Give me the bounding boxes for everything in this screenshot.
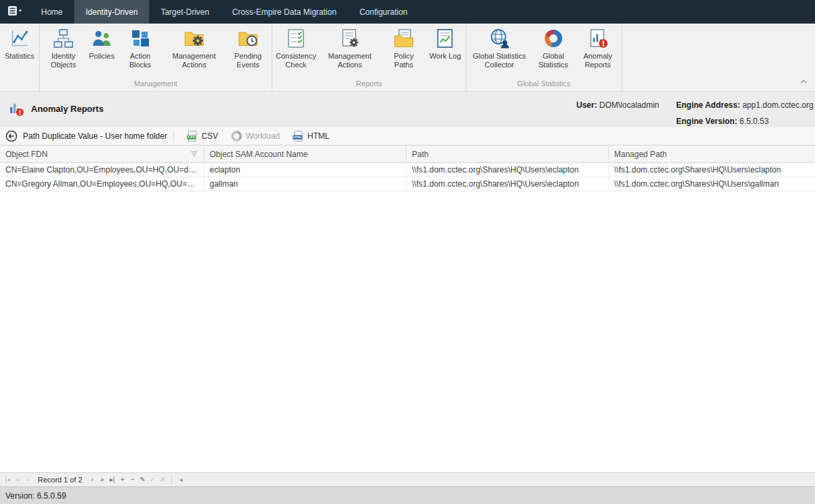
cell-managed-path: \\fs1.dom.cctec.org\Shares\HQ\Users\ecla…	[609, 163, 815, 177]
end-edit-button[interactable]: ✓	[148, 473, 158, 486]
ribbon-button-label: Identity Objects	[44, 52, 82, 69]
tab-configuration[interactable]: Configuration	[348, 0, 419, 24]
engine-version-value: 6.5.0.53	[739, 117, 768, 126]
page-title: Anomaly Reports	[31, 104, 104, 114]
tab-target-driven[interactable]: Target-Driven	[149, 0, 220, 24]
ribbon-group-global-statistics: Global Statistics Collector Global Stati…	[466, 24, 622, 91]
workload-label: Workload	[246, 131, 280, 141]
column-header-managed-path[interactable]: Managed Path	[609, 146, 815, 162]
horizontal-scrollbar-track[interactable]	[187, 473, 815, 486]
engine-version-info: Engine Version: 6.5.0.53	[676, 117, 768, 126]
app-window: Home Identity-Driven Target-Driven Cross…	[0, 0, 815, 504]
report-breadcrumb-label: Path Duplicate Value - User home folder	[23, 131, 167, 141]
export-csv-label: CSV	[202, 131, 218, 141]
next-page-button[interactable]: »	[97, 473, 107, 486]
ribbon-group-reports: Consistency Check	[272, 24, 466, 91]
column-header-label: Managed Path	[614, 150, 667, 159]
blocks-icon	[129, 28, 151, 49]
page-header: Anomaly Reports User: DOM\localadmin Eng…	[0, 92, 815, 127]
ribbon: Statistics Identity Objects	[0, 24, 815, 92]
csv-file-icon: CSV	[186, 130, 198, 142]
engine-address-value: app1.dom.cctec.org	[742, 100, 813, 110]
cell-path: \\fs1.dom.cctec.org\Shares\HQ\Users\ecla…	[406, 163, 609, 177]
ribbon-button-label: Management Actions	[322, 52, 378, 69]
folder-document-icon	[393, 28, 415, 49]
workload-button[interactable]: Workload	[224, 129, 286, 144]
back-arrow-icon	[5, 130, 18, 142]
ribbon-button-management-actions[interactable]: Management Actions	[162, 24, 226, 71]
ribbon-button-work-log[interactable]: Work Log	[426, 24, 464, 62]
ribbon-button-label: Pending Events	[229, 52, 267, 69]
engine-address-label: Engine Address:	[676, 100, 740, 110]
ribbon-button-policy-paths[interactable]: Policy Paths	[382, 24, 426, 71]
globe-person-icon	[489, 28, 510, 49]
tab-home[interactable]: Home	[30, 0, 74, 24]
table-row[interactable]: CN=Elaine Clapton,OU=Employees,OU=HQ,OU=…	[0, 163, 815, 177]
document-chart-icon	[434, 28, 456, 49]
ribbon-collapse-button[interactable]	[799, 73, 808, 88]
menubar: Home Identity-Driven Target-Driven Cross…	[0, 0, 815, 24]
report-toolbar: Path Duplicate Value - User home folder …	[0, 127, 815, 146]
people-icon	[91, 28, 113, 49]
ribbon-button-pending-events[interactable]: Pending Events	[226, 24, 270, 71]
ribbon-button-statistics[interactable]: Statistics	[1, 24, 38, 62]
last-record-button[interactable]: ▸|	[107, 473, 117, 486]
export-csv-button[interactable]: CSV CSV	[180, 129, 224, 144]
folder-gear-icon	[183, 28, 205, 49]
org-tree-icon	[53, 28, 74, 49]
scroll-left-icon[interactable]: ◂	[175, 476, 187, 483]
tab-identity-driven[interactable]: Identity-Driven	[74, 0, 149, 24]
line-chart-icon	[9, 28, 30, 49]
ribbon-button-consistency-check[interactable]: Consistency Check	[274, 24, 318, 71]
delete-record-button[interactable]: −	[127, 473, 138, 486]
toolbar-separator	[173, 131, 174, 142]
ribbon-group-statistics: Statistics	[0, 24, 40, 91]
export-html-label: HTML	[307, 131, 330, 141]
column-header-label: Path	[412, 150, 429, 159]
user-label: User:	[576, 100, 597, 110]
app-menu-icon	[7, 5, 22, 19]
previous-page-button[interactable]: «	[13, 473, 23, 486]
ribbon-button-management-actions-report[interactable]: Management Actions	[318, 24, 382, 71]
ribbon-group-management: Identity Objects Policies	[40, 24, 272, 91]
anomaly-reports-icon	[8, 100, 24, 117]
checklist-icon	[285, 28, 307, 49]
grid-empty-area	[0, 191, 815, 472]
column-header-label: Object SAM Account Name	[210, 150, 307, 159]
report-grid: Object FDN Object SAM Account Name Path …	[0, 146, 815, 472]
html-file-icon: HTML	[292, 130, 304, 142]
ribbon-group-label: Reports	[274, 79, 464, 91]
cell-sam-account: eclapton	[204, 163, 406, 177]
append-record-button[interactable]: +	[117, 473, 127, 486]
ribbon-button-label: Global Statistics	[535, 52, 572, 69]
ribbon-button-label: Statistics	[5, 52, 34, 61]
export-html-button[interactable]: HTML HTML	[286, 129, 336, 144]
ribbon-button-global-statistics-collector[interactable]: Global Statistics Collector	[468, 24, 531, 71]
first-record-button[interactable]: |◂	[3, 473, 13, 486]
ribbon-button-label: Policies	[89, 52, 115, 61]
column-header-path[interactable]: Path	[406, 146, 609, 162]
previous-record-button[interactable]: ‹	[23, 473, 33, 486]
ribbon-group-label: Management	[41, 79, 270, 91]
user-info: User: DOM\localadmin	[576, 100, 659, 110]
cell-object-fdn: CN=Elaine Clapton,OU=Employees,OU=HQ,OU=…	[0, 163, 204, 177]
ribbon-button-anomaly-reports[interactable]: Anomaly Reports	[576, 24, 620, 71]
ribbon-button-global-statistics[interactable]: Global Statistics	[531, 24, 576, 71]
cell-sam-account: gallman	[204, 177, 406, 191]
column-header-object-fdn[interactable]: Object FDN	[0, 146, 204, 162]
ribbon-button-identity-objects[interactable]: Identity Objects	[41, 24, 86, 71]
ribbon-button-policies[interactable]: Policies	[86, 24, 118, 62]
tab-cross-empire-data-migration[interactable]: Cross-Empire Data Migration	[220, 0, 348, 24]
ribbon-button-action-blocks[interactable]: Action Blocks	[118, 24, 162, 71]
cell-object-fdn: CN=Gregory Allman,OU=Employees,OU=HQ,OU=…	[0, 177, 204, 191]
ribbon-button-label: Global Statistics Collector	[471, 52, 528, 69]
cancel-edit-button[interactable]: ✗	[158, 473, 168, 486]
ribbon-button-label: Action Blocks	[121, 52, 159, 69]
next-record-button[interactable]: ›	[87, 473, 97, 486]
back-button[interactable]: Path Duplicate Value - User home folder	[5, 130, 167, 142]
table-row[interactable]: CN=Gregory Allman,OU=Employees,OU=HQ,OU=…	[0, 177, 815, 191]
edit-record-button[interactable]: ✎	[138, 473, 148, 486]
svg-text:HTML: HTML	[293, 135, 302, 139]
column-header-object-sam-account-name[interactable]: Object SAM Account Name	[204, 146, 406, 162]
app-menu-button[interactable]	[0, 0, 30, 24]
